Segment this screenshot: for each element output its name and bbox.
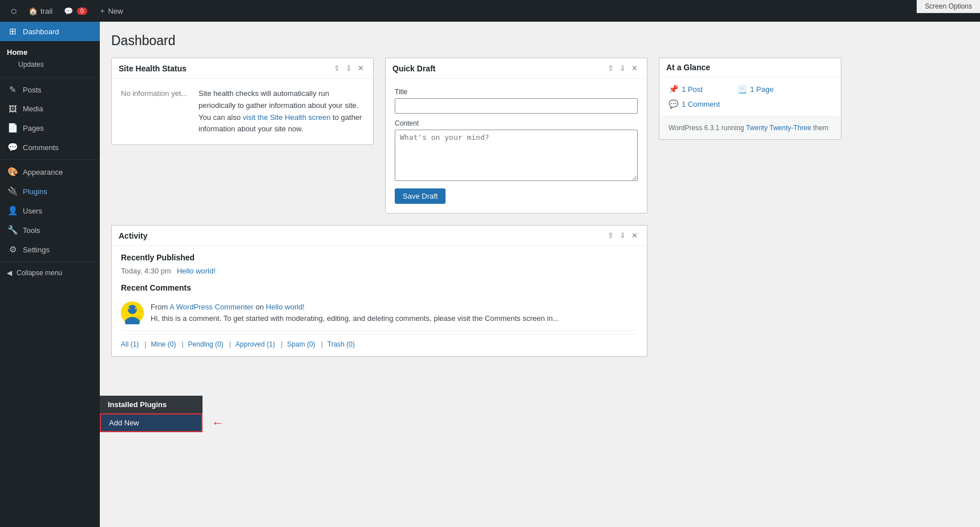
comment-icon: 💬 — [669, 99, 678, 108]
sidebar-item-pages[interactable]: 📄 Pages — [0, 118, 100, 138]
wp-logo-button[interactable]: ○ — [5, 0, 23, 22]
sidebar-posts-label: Posts — [23, 86, 42, 94]
sidebar-item-media[interactable]: 🖼 Media — [0, 99, 100, 118]
filter-all-link[interactable]: All (1) — [121, 340, 143, 348]
tools-icon: 🔧 — [7, 225, 18, 235]
sidebar-item-appearance[interactable]: 🎨 Appearance — [0, 162, 100, 182]
comment-text: Hi, this is a comment. To get started wi… — [151, 314, 559, 323]
home-icon: 🏠 — [29, 7, 38, 15]
quick-draft-widget: Quick Draft ⇧ ⇩ ✕ Title Content Save Dra… — [385, 58, 647, 214]
sidebar-media-label: Media — [23, 104, 43, 113]
page-count-label: 1 Page — [750, 85, 774, 94]
activity-collapse-up[interactable]: ⇧ — [605, 230, 616, 241]
filter-spam-link[interactable]: Spam (0) — [287, 340, 319, 348]
save-draft-button[interactable]: Save Draft — [395, 188, 446, 204]
plugins-icon: 🔌 — [7, 186, 18, 196]
sidebar-comments-label: Comments — [23, 143, 59, 152]
commenter-link[interactable]: A WordPress Commenter — [169, 303, 253, 311]
sidebar-home-section: Home Updates — [0, 41, 100, 75]
activity-body: Recently Published Today, 4:30 pm Hello … — [112, 246, 647, 356]
site-name-label: trail — [41, 7, 52, 15]
site-health-description: Site health checks will automatically ru… — [199, 88, 364, 135]
draft-title-input[interactable] — [395, 98, 638, 114]
sidebar-item-comments[interactable]: 💬 Comments — [0, 138, 100, 157]
sidebar-home-link[interactable]: Home — [7, 46, 93, 59]
activity-collapse-down[interactable]: ⇩ — [617, 230, 628, 241]
sidebar-item-posts[interactable]: ✎ Posts — [0, 80, 100, 99]
comment-filters: All (1) | Mine (0) | Pending (0) | Appro… — [121, 334, 638, 351]
plus-icon: ＋ — [99, 6, 106, 16]
new-content-button[interactable]: ＋ New — [93, 0, 129, 22]
filter-mine-link[interactable]: Mine (0) — [151, 340, 180, 348]
dashboard-icon: ⊞ — [7, 26, 18, 37]
activity-post-link[interactable]: Hello world! — [177, 267, 216, 275]
quick-draft-controls: ⇧ ⇩ ✕ — [605, 63, 640, 74]
sidebar-item-users[interactable]: 👤 Users — [0, 201, 100, 220]
footer-after-text: them — [811, 124, 828, 132]
theme-link[interactable]: Twenty Twenty-Three — [746, 124, 812, 132]
pages-count-link[interactable]: 📃 1 Page — [737, 83, 794, 95]
quick-draft-body: Title Content Save Draft — [386, 79, 647, 213]
comment-on-text: on — [253, 303, 266, 311]
filter-trash-link[interactable]: Trash (0) — [327, 340, 359, 348]
quick-draft-collapse-up[interactable]: ⇧ — [605, 63, 616, 74]
comment-from-prefix: From — [151, 303, 169, 311]
site-health-close[interactable]: ✕ — [355, 63, 366, 74]
pin-icon: 📌 — [669, 85, 678, 94]
users-icon: 👤 — [7, 206, 18, 216]
quick-draft-header: Quick Draft ⇧ ⇩ ✕ — [386, 58, 647, 79]
site-health-header: Site Health Status ⇧ ⇩ ✕ — [112, 58, 373, 79]
activity-controls: ⇧ ⇩ ✕ — [605, 230, 640, 241]
site-health-controls: ⇧ ⇩ ✕ — [331, 63, 366, 74]
menu-separator-1 — [0, 77, 100, 78]
sidebar-appearance-label: Appearance — [23, 168, 63, 176]
site-health-title: Site Health Status — [119, 64, 187, 73]
svg-point-3 — [128, 307, 130, 309]
activity-close[interactable]: ✕ — [629, 230, 640, 241]
quick-draft-close[interactable]: ✕ — [629, 63, 640, 74]
sidebar-settings-label: Settings — [23, 246, 50, 254]
sidebar-updates-link[interactable]: Updates — [7, 59, 93, 70]
collapse-menu-button[interactable]: ◀ Collapse menu — [0, 264, 100, 281]
comments-icon: 💬 — [64, 7, 73, 15]
site-health-link[interactable]: visit the Site Health screen — [243, 113, 331, 122]
menu-separator-2 — [0, 159, 100, 160]
site-health-collapse-up[interactable]: ⇧ — [331, 63, 342, 74]
wp-version-text: WordPress 6.3.1 running — [669, 124, 746, 132]
site-health-body: No information yet... Site health checks… — [112, 79, 373, 144]
collapse-icon: ◀ — [7, 269, 12, 277]
admin-sidebar: ⊞ Dashboard Home Updates ✎ Posts 🖼 Media… — [0, 22, 100, 527]
site-health-collapse-down[interactable]: ⇩ — [343, 63, 354, 74]
screen-options-button[interactable]: Screen Options — [917, 0, 980, 13]
avatar-svg — [121, 301, 144, 324]
post-count-label: 1 Post — [682, 85, 703, 94]
filter-approved-link[interactable]: Approved (1) — [236, 340, 280, 348]
settings-icon: ⚙ — [7, 244, 18, 255]
sidebar-item-settings[interactable]: ⚙ Settings — [0, 240, 100, 259]
menu-separator-3 — [0, 262, 100, 262]
wp-wrap: ⊞ Dashboard Home Updates ✎ Posts 🖼 Media… — [0, 22, 980, 527]
sidebar-item-dashboard[interactable]: ⊞ Dashboard — [0, 22, 100, 41]
svg-point-4 — [135, 307, 137, 309]
sidebar-item-tools[interactable]: 🔧 Tools — [0, 220, 100, 240]
top-widgets-row: Site Health Status ⇧ ⇩ ✕ No information … — [111, 58, 969, 214]
comments-count-badge: 0 — [77, 7, 87, 15]
posts-count-link[interactable]: 📌 1 Post — [669, 83, 726, 95]
svg-point-1 — [128, 305, 137, 314]
sep1: | — [144, 340, 146, 348]
flyout-add-new-button[interactable]: Add New ← — [100, 413, 203, 432]
comments-count-link[interactable]: 💬 1 Comment — [669, 98, 726, 110]
sidebar-pages-label: Pages — [23, 124, 44, 132]
comments-button[interactable]: 💬 0 — [58, 0, 93, 22]
sidebar-item-plugins[interactable]: 🔌 Plugins Installed Plugins Add New ← — [0, 182, 100, 201]
comment-post-link[interactable]: Hello world! — [266, 303, 305, 311]
activity-header: Activity ⇧ ⇩ ✕ — [112, 226, 647, 246]
quick-draft-title: Quick Draft — [392, 64, 435, 73]
quick-draft-collapse-down[interactable]: ⇩ — [617, 63, 628, 74]
sep5: | — [321, 340, 323, 348]
site-name-button[interactable]: 🏠 trail — [23, 0, 58, 22]
filter-pending-link[interactable]: Pending (0) — [188, 340, 228, 348]
at-a-glance-footer: WordPress 6.3.1 running Twenty Twenty-Th… — [659, 116, 841, 139]
recent-comments-label: Recent Comments — [121, 276, 638, 296]
draft-content-textarea[interactable] — [395, 130, 638, 181]
